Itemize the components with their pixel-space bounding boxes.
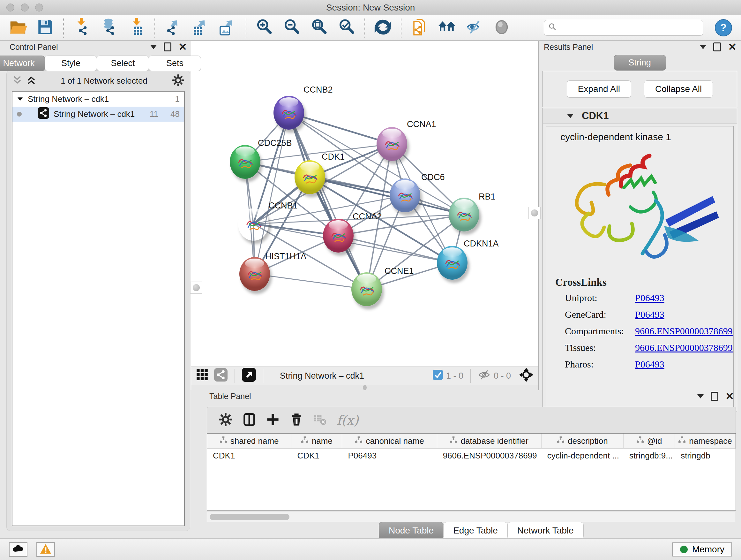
tab-edge-table[interactable]: Edge Table [443, 522, 508, 539]
column-header-shared-name[interactable]: shared name [207, 434, 291, 448]
collapse-all-icon[interactable] [12, 75, 22, 86]
cloud-button[interactable] [9, 542, 27, 557]
export-table-button[interactable] [189, 17, 212, 39]
node-ccnb2[interactable] [273, 96, 304, 130]
column-header--id[interactable]: @id [623, 434, 675, 448]
import-network-from-database-button[interactable] [98, 17, 121, 39]
node-cdkn1a[interactable] [437, 246, 468, 280]
left-splitter-handle[interactable] [190, 282, 202, 294]
column-header-description[interactable]: description [542, 434, 623, 448]
export-network-button[interactable] [161, 17, 185, 39]
zoom-out-button[interactable] [280, 17, 303, 39]
expand-all-icon[interactable] [26, 75, 36, 86]
tab-network[interactable]: Network [0, 56, 45, 71]
tab-select[interactable]: Select [97, 56, 149, 71]
crosslink-value-link[interactable]: P06493 [635, 293, 664, 303]
warnings-button[interactable] [37, 542, 55, 557]
close-panel-icon[interactable]: ✕ [725, 393, 734, 400]
share-view-icon[interactable] [214, 368, 227, 384]
show-graphics-button[interactable] [463, 17, 486, 39]
node-ccna1[interactable] [377, 127, 407, 161]
expand-all-button[interactable]: Expand All [567, 80, 631, 98]
network-tree-root-row[interactable]: String Network – cdk1 1 [12, 91, 184, 107]
tree-expander-icon[interactable] [17, 98, 23, 101]
search-box[interactable] [544, 20, 703, 36]
edge-CCNB2-CCNA1[interactable] [289, 113, 392, 144]
table-gear-icon[interactable] [219, 413, 232, 428]
node-ccnb1[interactable] [238, 207, 269, 241]
right-splitter-handle[interactable] [529, 207, 541, 219]
import-network-from-file-button[interactable] [70, 17, 93, 39]
edge-CCNA2-CDKN1A[interactable] [338, 236, 452, 263]
collapse-entry-icon[interactable] [567, 114, 574, 118]
grid-view-icon[interactable] [196, 368, 209, 384]
save-session-button[interactable] [34, 17, 57, 39]
close-panel-icon[interactable]: ✕ [728, 44, 737, 51]
memory-button[interactable]: Memory [672, 543, 732, 557]
birdseye-crosshair-icon[interactable] [519, 367, 534, 385]
node-result-header[interactable]: CDK1 [543, 108, 737, 124]
panel-resize-strip[interactable] [191, 385, 538, 390]
crosslink-value-link[interactable]: 9606.ENSP00000378699 [635, 342, 733, 353]
dock-panel-icon[interactable] [164, 43, 172, 51]
collapse-all-button[interactable]: Collapse All [644, 80, 713, 98]
node-ccna2[interactable] [323, 219, 354, 253]
float-panel-icon[interactable] [150, 45, 157, 49]
node-cdk1[interactable] [294, 160, 325, 194]
select-columns-icon[interactable] [242, 413, 256, 428]
help-button[interactable]: ? [715, 19, 732, 37]
add-column-icon[interactable] [266, 413, 280, 428]
export-image-button[interactable] [216, 17, 239, 39]
node-ccne1[interactable] [351, 272, 382, 306]
crosslink-value-link[interactable]: P06493 [635, 359, 664, 370]
crosslink-value-link[interactable]: 9606.ENSP00000378699 [635, 326, 733, 336]
dock-panel-icon[interactable] [713, 43, 721, 51]
float-panel-icon[interactable] [700, 45, 706, 49]
dock-panel-icon[interactable] [711, 392, 718, 401]
scrollbar-thumb[interactable] [210, 514, 289, 520]
search-input[interactable] [559, 22, 699, 33]
float-panel-icon[interactable] [697, 394, 704, 398]
table-row[interactable]: CDK1CDK1P064939606.ENSP00000378699cyclin… [207, 449, 736, 462]
open-session-button[interactable] [6, 17, 29, 39]
node-rb1[interactable] [449, 198, 479, 232]
edge-HIST1H1A-CCNE1[interactable] [255, 274, 367, 289]
crosslink-value-link[interactable]: P06493 [635, 309, 664, 320]
table-body: CDK1CDK1P064939606.ENSP00000378699cyclin… [207, 449, 736, 462]
gear-icon[interactable] [172, 74, 184, 87]
eye-slash-icon[interactable] [478, 370, 490, 382]
edge-CCNB2-HIST1H1A[interactable] [255, 113, 289, 274]
node-cdc25b[interactable] [230, 145, 260, 179]
tab-network-table[interactable]: Network Table [508, 522, 584, 539]
import-table-from-file-button[interactable] [125, 17, 148, 39]
fit-content-button[interactable] [308, 17, 331, 39]
results-panel: Results Panel ✕ String Expand All Collap… [539, 41, 741, 390]
zoom-selected-button[interactable] [335, 17, 358, 39]
detach-view-icon[interactable] [242, 368, 256, 384]
node-hist1h1a[interactable] [239, 257, 270, 291]
tab-string[interactable]: String [614, 55, 666, 71]
delete-column-icon[interactable] [289, 413, 304, 428]
zoom-in-button[interactable] [253, 17, 276, 39]
refresh-button[interactable] [372, 17, 394, 39]
column-header-canonical-name[interactable]: canonical name [342, 434, 437, 448]
node-cdc6[interactable] [390, 179, 420, 212]
close-panel-icon[interactable]: ✕ [179, 44, 187, 51]
tab-node-table[interactable]: Node Table [379, 522, 444, 539]
node-label-hist1h1a: HIST1H1A [265, 252, 307, 261]
node-gloss [244, 208, 263, 218]
column-header-namespace[interactable]: namespace [675, 434, 736, 448]
network-view-toolbar: String Network – cdk1 1 - 0 0 - 0 [191, 367, 538, 385]
table-h-scrollbar[interactable] [207, 512, 736, 522]
column-header-name[interactable]: name [291, 434, 342, 448]
homes-button[interactable] [435, 17, 458, 39]
tab-sets[interactable]: Sets [149, 56, 201, 71]
network-tree-row[interactable]: String Network – cdk1 11 48 [12, 107, 184, 122]
network-canvas[interactable]: CCNB2CCNA1CDC25BCDK1CDC6RB1CCNB1CCNA2CDK… [191, 41, 538, 367]
column-header-database-identifier[interactable]: database identifier [437, 434, 542, 448]
selected-checkbox-icon[interactable] [433, 370, 443, 382]
tab-style[interactable]: Style [45, 56, 97, 71]
edge-CCNB2-CCNE1[interactable] [289, 113, 367, 289]
birdseye-button[interactable] [490, 17, 513, 39]
string-document-button[interactable] [408, 17, 431, 39]
